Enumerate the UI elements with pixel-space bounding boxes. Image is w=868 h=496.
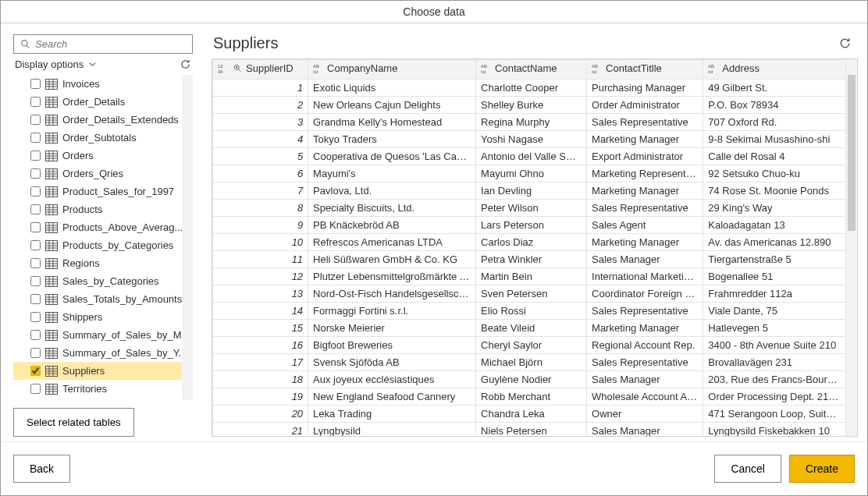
tree-item-sales_totals_by_amounts[interactable]: Sales_Totals_by_Amounts: [13, 290, 182, 308]
tree-item-checkbox[interactable]: [30, 384, 41, 394]
tree-item-label: Summary_of_Sales_by_Y...: [62, 347, 182, 359]
table-row[interactable]: 6Mayumi'sMayumi OhnoMarketing Representa…: [213, 165, 846, 182]
table-tree[interactable]: InvoicesOrder_DetailsOrder_Details_Exten…: [13, 75, 182, 400]
tree-item-regions[interactable]: Regions: [13, 254, 182, 272]
display-options-dropdown[interactable]: Display options: [13, 54, 193, 75]
search-field[interactable]: [13, 34, 193, 54]
tree-item-checkbox[interactable]: [30, 312, 41, 322]
table-row[interactable]: 20Leka TradingChandra LekaOwner471 Seran…: [213, 405, 846, 422]
tree-item-summary_of_sales_by_m...[interactable]: Summary_of_Sales_by_M...: [13, 326, 182, 344]
table-row[interactable]: 11Heli Süßwaren GmbH & Co. KGPetra Winkl…: [213, 250, 846, 267]
cell-supplierid: 11: [213, 250, 308, 267]
table-row[interactable]: 18Aux joyeux ecclésiastiquesGuylène Nodi…: [213, 370, 846, 388]
search-icon: [20, 39, 30, 49]
table-row[interactable]: 14Formaggi Fortini s.r.l.Elio RossiSales…: [213, 302, 846, 319]
search-input[interactable]: [35, 38, 186, 50]
tree-item-checkbox[interactable]: [30, 168, 41, 179]
tree-item-label: Invoices: [62, 78, 100, 90]
cell-contactname: Petra Winkler: [476, 250, 587, 267]
column-header-address[interactable]: ABcdAddress: [703, 60, 846, 80]
tree-item-sales_by_categories[interactable]: Sales_by_Categories: [13, 272, 182, 290]
tree-item-checkbox[interactable]: [30, 79, 41, 89]
table-row[interactable]: 21LyngbysildNiels PetersenSales ManagerL…: [213, 422, 846, 436]
column-header-supplierid[interactable]: 1234SupplierID: [213, 60, 308, 80]
table-row[interactable]: 1Exotic LiquidsCharlotte CooperPurchasin…: [213, 79, 846, 96]
tree-item-products_by_categories[interactable]: Products_by_Categories: [13, 236, 182, 254]
tree-item-products[interactable]: Products: [13, 200, 182, 218]
table-row[interactable]: 4Tokyo TradersYoshi NagaseMarketing Mana…: [213, 130, 846, 147]
cell-companyname: Plutzer Lebensmittelgroßmärkte AG: [308, 267, 476, 285]
select-related-tables-button[interactable]: Select related tables: [13, 408, 134, 437]
tree-item-checkbox[interactable]: [30, 115, 41, 125]
tree-item-orders_qries[interactable]: Orders_Qries: [13, 165, 182, 182]
column-header-contacttitlle[interactable]: ABcdContactTitlle: [587, 60, 703, 80]
vertical-scrollbar[interactable]: [846, 59, 857, 436]
cell-supplierid: 2: [213, 96, 308, 113]
cell-contactname: Lars Peterson: [476, 216, 587, 233]
tree-item-products_above_averag...[interactable]: Products_Above_Averag...: [13, 218, 182, 236]
column-name: ContactName: [495, 62, 557, 74]
tree-item-order_details[interactable]: Order_Details: [13, 93, 182, 111]
table-row[interactable]: 3Grandma Kelly's HomesteadRegina MurphyS…: [213, 113, 846, 130]
table-icon: [45, 79, 58, 90]
table-icon: [45, 151, 58, 161]
tree-item-invoices[interactable]: Invoices: [13, 75, 182, 93]
tree-item-order_subtotals[interactable]: Order_Subtotals: [13, 129, 182, 147]
tree-item-checkbox[interactable]: [30, 348, 41, 358]
table-row[interactable]: 2New Orleans Cajun DelightsShelley Burke…: [213, 96, 846, 113]
refresh-preview-button[interactable]: [838, 37, 852, 50]
table-icon: [45, 366, 58, 377]
choose-data-dialog: Choose data Display options: [0, 0, 868, 496]
table-row[interactable]: 7Pavlova, Ltd.Ian DevlingMarketing Manag…: [213, 182, 846, 199]
table-icon: [45, 133, 58, 143]
table-row[interactable]: 15Norske MeierierBeate VileidMarketing M…: [213, 319, 846, 336]
refresh-tree-button[interactable]: [180, 58, 191, 70]
back-button[interactable]: Back: [13, 455, 70, 483]
table-row[interactable]: 17Svensk Sjöföda ABMichael BjörnSales Re…: [213, 353, 846, 370]
v-scrollbar-thumb[interactable]: [848, 75, 856, 231]
tree-item-checkbox[interactable]: [30, 294, 41, 304]
tree-item-checkbox[interactable]: [30, 330, 41, 340]
cell-companyname: Svensk Sjöföda AB: [308, 353, 476, 370]
table-row[interactable]: 8Specialty Biscuits, Ltd.Peter WilsonSal…: [213, 199, 846, 216]
tree-item-checkbox[interactable]: [30, 186, 41, 197]
cell-contactname: Sven Petersen: [476, 285, 587, 302]
column-header-contactname[interactable]: ABcdContactName: [476, 60, 587, 80]
table-row[interactable]: 9PB Knäckebröd ABLars PetersonSales Agen…: [213, 216, 846, 233]
cell-address: 3400 - 8th Avenue Suite 210: [703, 336, 846, 353]
tree-item-checkbox[interactable]: [30, 97, 41, 107]
tree-item-territories[interactable]: Territories: [13, 380, 182, 398]
tree-item-orders[interactable]: Orders: [13, 147, 182, 165]
table-row[interactable]: 16Bigfoot BreweriesCheryl SaylorRegional…: [213, 336, 846, 353]
tree-item-checkbox[interactable]: [30, 366, 41, 376]
expand-icon[interactable]: [233, 64, 243, 73]
tree-item-checkbox[interactable]: [30, 276, 41, 286]
cancel-button[interactable]: Cancel: [714, 455, 781, 483]
table-row[interactable]: 13Nord-Ost-Fisch Handelsgesellschaft m..…: [213, 285, 846, 302]
tree-item-product_sales_for_1997[interactable]: Product_Sales_for_1997: [13, 182, 182, 200]
table-row[interactable]: 10Refrescos Americanas LTDACarlos DiazMa…: [213, 233, 846, 250]
tree-item-checkbox[interactable]: [30, 222, 41, 232]
cell-supplierid: 3: [213, 113, 308, 130]
data-grid[interactable]: 1234SupplierIDABcdCompanyNameABcdContact…: [212, 58, 858, 437]
create-button[interactable]: Create: [789, 455, 855, 483]
tree-scrollbar-thumb[interactable]: [185, 98, 193, 270]
tree-item-summary_of_sales_by_y...[interactable]: Summary_of_Sales_by_Y...: [13, 344, 182, 362]
table-row[interactable]: 5Cooperativa de Quesos 'Las Cabras'Anton…: [213, 147, 846, 165]
cell-companyname: Tokyo Traders: [308, 130, 476, 147]
tree-item-checkbox[interactable]: [30, 151, 41, 161]
svg-line-113: [239, 69, 241, 71]
cell-contacttitle: Sales Manager: [587, 422, 703, 436]
datatype-icon: 1234: [218, 63, 229, 74]
column-header-companyname[interactable]: ABcdCompanyName: [308, 60, 476, 80]
tree-item-checkbox[interactable]: [30, 204, 41, 214]
tree-item-shippers[interactable]: Shippers: [13, 308, 182, 326]
cell-address: 49 Gilbert St.: [703, 79, 846, 96]
tree-item-checkbox[interactable]: [30, 240, 41, 250]
tree-item-suppliers[interactable]: Suppliers: [13, 362, 182, 380]
tree-item-checkbox[interactable]: [30, 258, 41, 268]
tree-item-order_details_extendeds[interactable]: Order_Details_Extendeds: [13, 111, 182, 129]
table-row[interactable]: 19New England Seafood CanneryRobb Mercha…: [213, 388, 846, 405]
tree-item-checkbox[interactable]: [30, 133, 41, 143]
table-row[interactable]: 12Plutzer Lebensmittelgroßmärkte AGMarti…: [213, 267, 846, 285]
